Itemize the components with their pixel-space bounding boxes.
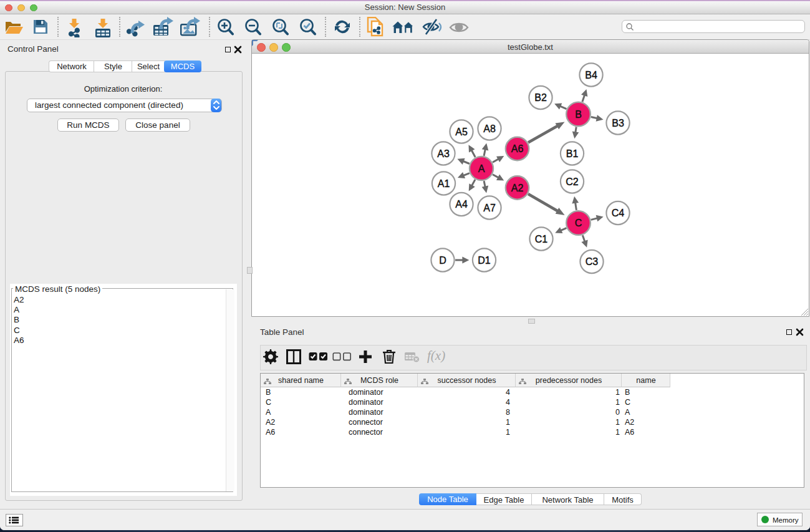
- svg-text:B1: B1: [566, 148, 579, 159]
- svg-text:B: B: [575, 109, 582, 120]
- svg-text:A4: A4: [455, 199, 468, 210]
- svg-text:C1: C1: [535, 234, 548, 244]
- svg-text:A2: A2: [511, 183, 524, 193]
- svg-text:D: D: [439, 255, 446, 266]
- svg-text:A8: A8: [483, 123, 496, 134]
- svg-text:D1: D1: [478, 255, 491, 266]
- svg-text:A5: A5: [455, 127, 468, 137]
- svg-text:A: A: [478, 163, 485, 174]
- svg-text:C4: C4: [612, 208, 625, 218]
- svg-text:B2: B2: [534, 92, 547, 103]
- svg-text:C2: C2: [566, 177, 579, 187]
- svg-text:C3: C3: [586, 256, 599, 267]
- svg-text:A1: A1: [438, 178, 450, 189]
- svg-text:C: C: [575, 218, 582, 228]
- svg-text:A3: A3: [437, 148, 450, 159]
- svg-text:B3: B3: [612, 118, 624, 128]
- svg-text:B4: B4: [585, 70, 597, 80]
- svg-text:A6: A6: [511, 143, 524, 154]
- svg-text:A7: A7: [483, 203, 496, 213]
